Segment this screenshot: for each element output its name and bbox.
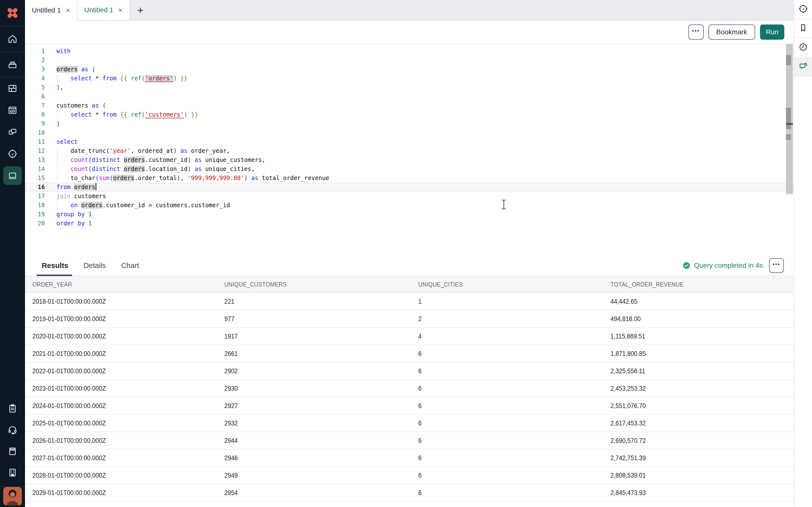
table-row[interactable]: 2025-01-01T00:00:00.000Z293262,617,453.3… (25, 415, 794, 432)
close-icon[interactable]: × (66, 6, 70, 14)
table-row[interactable]: 2023-01-01T00:00:00.000Z293062,453,253.3… (25, 380, 794, 397)
tab-1[interactable]: Untitled 1× (25, 0, 78, 20)
code-token: ( (95, 175, 99, 181)
code-line-7[interactable]: 7customers as ( (25, 101, 794, 110)
sidebar-item-windows[interactable] (0, 121, 25, 143)
code-line-8[interactable]: 8 select * from {{ ref('customers') }} (25, 110, 794, 119)
column-header-unique_cities[interactable]: UNIQUE_CITIES (418, 281, 610, 288)
code-token (74, 220, 78, 227)
code-line-17[interactable]: 17join customers (25, 192, 794, 201)
table-row[interactable]: 2021-01-01T00:00:00.000Z266161,871,800.8… (25, 345, 794, 362)
table-row[interactable]: 2024-01-01T00:00:00.000Z292762,551,076.7… (25, 397, 794, 415)
code-line-16[interactable]: 16from orders (25, 183, 794, 192)
app-logo[interactable] (0, 0, 25, 26)
bookmark-button[interactable]: Bookmark (709, 24, 755, 40)
sidebar-item-clipboard[interactable] (0, 398, 25, 419)
table-row[interactable]: 2029-01-01T00:00:00.000Z295462,845,473.9… (25, 484, 794, 502)
sidebar-item-support-headset[interactable] (0, 419, 25, 440)
sql-editor[interactable]: 1with23orders as (4 select * from {{ ref… (25, 44, 794, 255)
tab-2[interactable]: Untitled 1× (78, 0, 130, 20)
code-token: as (81, 66, 88, 73)
table-cell-value: 2954 (224, 489, 238, 497)
code-line-9[interactable]: 9) (25, 119, 794, 128)
line-number: 9 (25, 119, 45, 128)
sidebar-item-projects-grid[interactable] (0, 77, 25, 99)
editor-scrollbar[interactable] (786, 44, 793, 194)
close-icon[interactable]: × (118, 6, 122, 14)
rail-item-ai-chat[interactable] (794, 57, 812, 76)
code-token: ref (131, 75, 141, 82)
column-header-total_order_revenue[interactable]: TOTAL_ORDER_REVENUE (610, 281, 794, 288)
table-row[interactable]: 2022-01-01T00:00:00.000Z290262,325,556.1… (25, 362, 794, 380)
code-line-4[interactable]: 4 select * from {{ ref('orders') }} (25, 74, 794, 83)
code-line-1[interactable]: 1with (25, 47, 794, 56)
table-cell-value: 2,551,076.70 (610, 402, 646, 410)
table-row[interactable]: 2026-01-01T00:00:00.000Z294462,690,570.7… (25, 432, 794, 449)
code-token: ) (244, 175, 248, 181)
ai-chat-icon (798, 61, 808, 72)
code-token: by (78, 220, 85, 227)
code-line-5[interactable]: 5), (25, 83, 794, 92)
table-row[interactable]: 2030-01-01T00:00:00.000Z287961,841,049.3… (25, 502, 794, 507)
table-cell-value: 2,325,556.11 (610, 367, 645, 375)
column-header-order_year[interactable]: ORDER_YEAR (32, 281, 224, 288)
code-token (127, 111, 131, 118)
code-line-12[interactable]: 12 date_trunc('year', ordered_at) as ord… (25, 147, 794, 156)
line-content: count(distinct orders.location_id) as un… (56, 166, 255, 172)
code-line-15[interactable]: 15 to_char(sum(orders.order_total), '999… (25, 174, 794, 183)
code-line-10[interactable]: 10 (25, 128, 794, 137)
code-token (188, 111, 191, 118)
code-line-13[interactable]: 13 count(distinct orders.customer_id) as… (25, 156, 794, 165)
table-cell-value: 6 (418, 471, 422, 479)
code-line-11[interactable]: 11select (25, 137, 794, 147)
more-options-button[interactable]: ••• (689, 24, 704, 40)
rail-item-explore-compass[interactable] (794, 0, 812, 19)
code-line-14[interactable]: 14 count(distinct orders.location_id) as… (25, 165, 794, 174)
table-cell: 2,742,751.39 (610, 454, 794, 462)
table-cell-value: 2944 (224, 437, 238, 445)
explore-compass-icon (3, 145, 22, 163)
code-token: {{ (120, 75, 127, 82)
code-line-20[interactable]: 20order by 1 (25, 219, 794, 228)
table-cell: 2 (418, 315, 610, 323)
sidebar-item-org-building[interactable] (0, 462, 25, 483)
table-cell-value: 1,115,869.51 (610, 332, 645, 340)
results-tab-details[interactable]: Details (83, 255, 106, 276)
table-row[interactable]: 2028-01-01T00:00:00.000Z294962,808,539.0… (25, 467, 794, 484)
sidebar-item-home[interactable] (0, 26, 25, 52)
table-row[interactable]: 2020-01-01T00:00:00.000Z191741,115,869.5… (25, 328, 794, 345)
code-token: group (56, 211, 74, 218)
rail-item-bookmark[interactable] (794, 19, 812, 38)
code-token: ( (110, 175, 113, 181)
table-cell: 6 (418, 402, 610, 410)
sidebar-item-notebook-terminal[interactable] (0, 165, 25, 186)
results-tab-results[interactable]: Results (42, 255, 68, 276)
line-content: order by 1 (56, 220, 92, 227)
table-row[interactable]: 2018-01-01T00:00:00.000Z221144,442.65 (25, 293, 794, 310)
sidebar-item-code-window[interactable] (0, 99, 25, 121)
results-tab-chart[interactable]: Chart (121, 255, 139, 276)
code-line-18[interactable]: 18 on orders.customer_id = customers.cus… (25, 201, 794, 210)
code-token (78, 66, 81, 73)
new-tab-button[interactable]: + (130, 0, 151, 20)
rail-item-history-clock[interactable] (794, 38, 812, 57)
table-row[interactable]: 2027-01-01T00:00:00.000Z294662,742,751.3… (25, 449, 794, 467)
table-cell: 2,690,570.72 (610, 437, 794, 445)
table-cell: 2,453,253.32 (610, 385, 794, 392)
sidebar-item-docs-book[interactable] (0, 440, 25, 462)
code-token: select (70, 75, 92, 82)
column-header-unique_customers[interactable]: UNIQUE_CUSTOMERS (224, 281, 418, 288)
code-token (248, 175, 251, 181)
code-line-6[interactable]: 6 (25, 92, 794, 101)
results-more-button[interactable]: ••• (769, 258, 784, 273)
code-line-2[interactable]: 2 (25, 56, 794, 65)
user-avatar[interactable] (0, 487, 25, 507)
table-row[interactable]: 2019-01-01T00:00:00.000Z9772494,818.00 (25, 310, 794, 328)
code-line-3[interactable]: 3orders as ( (25, 65, 794, 74)
run-button[interactable]: Run (760, 24, 784, 40)
table-cell: 2879 (224, 506, 418, 507)
code-token: unique_cities, (202, 166, 255, 172)
sidebar-item-explore-compass[interactable] (0, 143, 25, 165)
sidebar-item-collections[interactable] (0, 52, 25, 77)
code-line-19[interactable]: 19group by 1 (25, 210, 794, 219)
